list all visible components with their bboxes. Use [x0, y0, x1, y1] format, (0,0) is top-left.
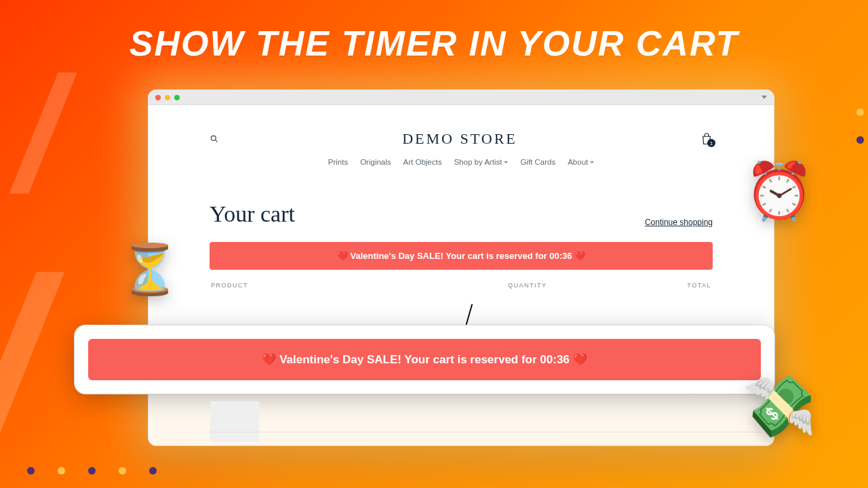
- main-nav: Prints Originals Art Objects Shop by Art…: [210, 158, 713, 166]
- nav-label: Gift Cards: [520, 158, 555, 166]
- dot-icon: [856, 108, 864, 116]
- divider-line: [209, 432, 761, 432]
- dot-icon: [119, 467, 126, 474]
- store-page: DEMO STORE 1 Prints Originals Art Object…: [149, 105, 774, 445]
- nav-originals[interactable]: Originals: [360, 158, 391, 166]
- nav-label: Shop by Artist: [454, 158, 502, 166]
- svg-line-1: [215, 140, 217, 142]
- store-brand[interactable]: DEMO STORE: [402, 130, 517, 148]
- cart-table-header: PRODUCT QUANTITY TOTAL: [210, 282, 713, 289]
- nav-label: Art Objects: [403, 158, 442, 166]
- nav-shop-by-artist[interactable]: Shop by Artist: [454, 158, 508, 166]
- dot-icon: [58, 467, 65, 474]
- cart-icon[interactable]: 1: [701, 132, 713, 146]
- chevron-down-icon: [590, 161, 594, 163]
- nav-about[interactable]: About: [568, 158, 594, 166]
- search-icon[interactable]: [210, 134, 219, 144]
- dot-icon: [27, 467, 35, 474]
- bg-decoration-slash: /: [0, 224, 77, 488]
- cart-timer-banner: ❤️ Valentine's Day SALE! Your cart is re…: [210, 242, 713, 270]
- nav-label: Prints: [328, 158, 348, 166]
- decoration-dots-bottom: [27, 467, 157, 474]
- dot-icon: [149, 467, 157, 474]
- continue-shopping-link[interactable]: Continue shopping: [645, 218, 713, 227]
- window-close-dot[interactable]: [155, 95, 161, 100]
- nav-gift-cards[interactable]: Gift Cards: [520, 158, 555, 166]
- page-headline: SHOW THE TIMER IN YOUR CART: [0, 0, 868, 64]
- cart-count-badge: 1: [707, 139, 715, 147]
- bg-decoration-slash: /: [1, 41, 85, 228]
- window-minimize-dot[interactable]: [165, 95, 170, 100]
- nav-label: About: [568, 158, 588, 166]
- decoration-dots-right: [856, 108, 864, 144]
- cart-header-row: Your cart Continue shopping: [210, 201, 713, 227]
- chevron-down-icon: [504, 161, 508, 163]
- svg-point-0: [211, 136, 216, 140]
- browser-titlebar: [149, 90, 774, 105]
- window-maximize-dot[interactable]: [174, 95, 180, 100]
- column-product: PRODUCT: [211, 282, 508, 289]
- cart-title: Your cart: [210, 201, 295, 227]
- nav-label: Originals: [360, 158, 391, 166]
- column-total: TOTAL: [644, 282, 711, 289]
- nav-art-objects[interactable]: Art Objects: [403, 158, 442, 166]
- dot-icon: [856, 136, 864, 144]
- store-header: DEMO STORE 1: [210, 127, 713, 151]
- nav-prints[interactable]: Prints: [328, 158, 348, 166]
- zoom-callout: ❤️ Valentine's Day SALE! Your cart is re…: [75, 325, 774, 394]
- column-quantity: QUANTITY: [508, 282, 644, 289]
- chevron-down-icon[interactable]: [762, 96, 767, 99]
- cart-timer-banner-zoomed: ❤️ Valentine's Day SALE! Your cart is re…: [88, 339, 761, 380]
- dot-icon: [88, 467, 96, 474]
